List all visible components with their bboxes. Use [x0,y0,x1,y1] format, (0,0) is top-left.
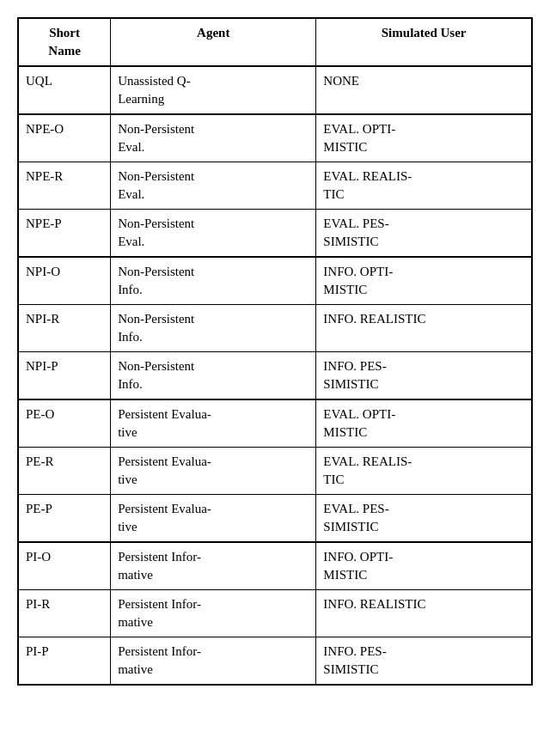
cell-agent: Non-PersistentEval. [111,114,316,162]
table-row: PE-OPersistent Evalua-tiveEVAL. OPTI-MIS… [18,399,532,448]
table-row: PE-PPersistent Evalua-tiveEVAL. PES-SIMI… [18,495,532,543]
header-agent: Agent [111,18,316,66]
cell-simulated-user: EVAL. OPTI-MISTIC [316,114,532,162]
table-row: UQLUnassisted Q-LearningNONE [18,66,532,114]
cell-short-name: NPE-R [18,162,111,210]
table-row: NPE-PNon-PersistentEval.EVAL. PES-SIMIST… [18,210,532,258]
table-row: NPI-ONon-PersistentInfo.INFO. OPTI-MISTI… [18,257,532,305]
cell-agent: Non-PersistentInfo. [111,305,316,352]
cell-simulated-user: EVAL. PES-SIMISTIC [316,495,532,543]
table-row: PI-OPersistent Infor-mativeINFO. OPTI-MI… [18,542,532,590]
cell-short-name: PI-O [18,542,111,590]
cell-agent: Non-PersistentInfo. [111,352,316,400]
cell-agent: Persistent Evalua-tive [111,399,316,448]
cell-simulated-user: INFO. OPTI-MISTIC [316,257,532,305]
cell-agent: Persistent Evalua-tive [111,448,316,495]
cell-short-name: UQL [18,66,111,114]
table-wrapper: ShortName Agent Simulated User UQLUnassi… [17,17,533,686]
cell-agent: Persistent Infor-mative [111,542,316,590]
cell-simulated-user: NONE [316,66,532,114]
cell-agent: Persistent Evalua-tive [111,495,316,543]
cell-short-name: PI-P [18,637,111,686]
cell-short-name: NPE-P [18,210,111,258]
table-row: PI-PPersistent Infor-mativeINFO. PES-SIM… [18,637,532,686]
cell-short-name: PE-O [18,399,111,448]
cell-short-name: PE-R [18,448,111,495]
cell-simulated-user: INFO. PES-SIMISTIC [316,352,532,400]
cell-agent: Non-PersistentEval. [111,210,316,258]
main-table: ShortName Agent Simulated User UQLUnassi… [17,17,533,686]
table-row: NPI-PNon-PersistentInfo.INFO. PES-SIMIST… [18,352,532,400]
table-row: NPI-RNon-PersistentInfo.INFO. REALISTIC [18,305,532,352]
cell-short-name: NPE-O [18,114,111,162]
cell-agent: Non-PersistentEval. [111,162,316,210]
table-row: PI-RPersistent Infor-mativeINFO. REALIST… [18,590,532,637]
cell-agent: Non-PersistentInfo. [111,257,316,305]
cell-simulated-user: INFO. PES-SIMISTIC [316,637,532,686]
cell-agent: Unassisted Q-Learning [111,66,316,114]
cell-agent: Persistent Infor-mative [111,590,316,637]
cell-short-name: NPI-O [18,257,111,305]
cell-short-name: PE-P [18,495,111,543]
cell-short-name: NPI-R [18,305,111,352]
cell-short-name: PI-R [18,590,111,637]
cell-simulated-user: INFO. OPTI-MISTIC [316,542,532,590]
cell-simulated-user: EVAL. REALIS-TIC [316,162,532,210]
cell-simulated-user: EVAL. OPTI-MISTIC [316,399,532,448]
cell-simulated-user: EVAL. PES-SIMISTIC [316,210,532,258]
table-row: NPE-ONon-PersistentEval.EVAL. OPTI-MISTI… [18,114,532,162]
header-simulated-user: Simulated User [316,18,532,66]
header-short-name: ShortName [18,18,111,66]
cell-simulated-user: INFO. REALISTIC [316,305,532,352]
table-row: PE-RPersistent Evalua-tiveEVAL. REALIS-T… [18,448,532,495]
table-row: NPE-RNon-PersistentEval.EVAL. REALIS-TIC [18,162,532,210]
cell-agent: Persistent Infor-mative [111,637,316,686]
cell-simulated-user: INFO. REALISTIC [316,590,532,637]
cell-short-name: NPI-P [18,352,111,400]
cell-simulated-user: EVAL. REALIS-TIC [316,448,532,495]
